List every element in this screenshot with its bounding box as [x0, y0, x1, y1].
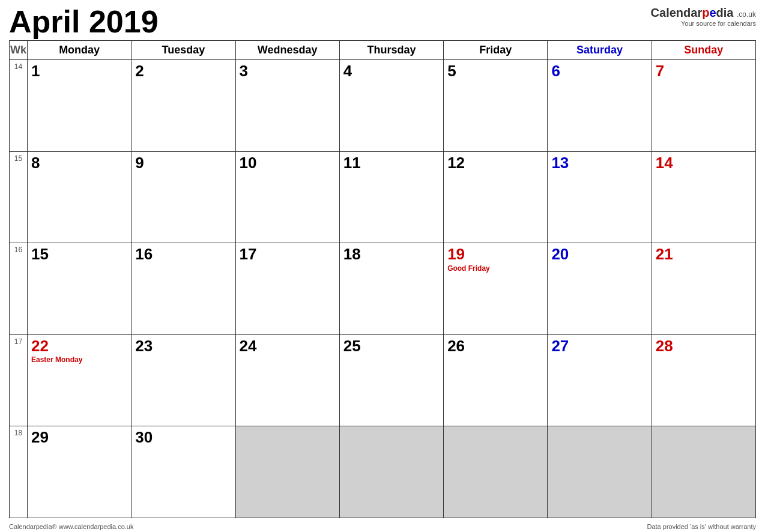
calendar-cell: 12	[444, 151, 548, 243]
day-number: 15	[31, 246, 127, 263]
calendar-cell: 17	[235, 243, 339, 335]
calendar-cell	[548, 426, 652, 518]
th-saturday: Saturday	[548, 41, 652, 60]
calendar-cell: 30	[132, 426, 235, 518]
calendar-cell: 25	[339, 334, 443, 426]
day-number: 14	[656, 154, 752, 172]
calendar-cell: 29	[28, 426, 132, 518]
th-wednesday: Wednesday	[235, 41, 339, 60]
th-monday: Monday	[28, 41, 132, 60]
calendar-cell	[235, 426, 339, 518]
day-number: 28	[656, 337, 752, 355]
day-number: 1	[31, 62, 127, 80]
day-number: 7	[656, 62, 752, 80]
day-number: 8	[31, 154, 127, 172]
day-number: 6	[551, 62, 647, 80]
week-number-14: 14	[10, 60, 28, 152]
day-number: 18	[343, 246, 440, 263]
calendar-cell: 1	[28, 60, 132, 152]
day-number: 9	[135, 154, 231, 172]
day-number: 2	[135, 62, 231, 80]
calendar-cell: 9	[132, 151, 235, 243]
th-thursday: Thursday	[339, 41, 443, 60]
calendar-cell: 21	[652, 243, 755, 335]
calendar-cell: 24	[235, 334, 339, 426]
footer-right: Data provided 'as is' without warranty	[647, 523, 756, 530]
day-number: 21	[656, 246, 752, 263]
calendar-cell: 5	[444, 60, 548, 152]
day-number: 16	[135, 246, 231, 263]
week-number-18: 18	[10, 426, 28, 518]
month-title: April 2019	[9, 6, 159, 37]
day-number: 3	[240, 62, 336, 80]
calendar-cell: 10	[235, 151, 339, 243]
calendar-cell: 19Good Friday	[444, 243, 548, 335]
calendar-cell: 18	[339, 243, 443, 335]
calendar-cell: 11	[339, 151, 443, 243]
logo-sub: Your source for calendars	[681, 20, 756, 27]
calendar-cell: 4	[339, 60, 443, 152]
calendar-cell: 15	[28, 243, 132, 335]
week-number-17: 17	[10, 334, 28, 426]
calendar-table: Wk Monday Tuesday Wednesday Thursday Fri…	[9, 40, 756, 518]
th-friday: Friday	[444, 41, 548, 60]
calendar-cell: 27	[548, 334, 652, 426]
calendar-cell: 22Easter Monday	[28, 334, 132, 426]
day-number: 17	[240, 246, 336, 263]
day-number: 23	[135, 337, 231, 355]
day-number: 19	[447, 246, 543, 263]
calendar-cell: 16	[132, 243, 235, 335]
th-tuesday: Tuesday	[132, 41, 235, 60]
calendar-cell: 28	[652, 334, 755, 426]
calendar-cell: 23	[132, 334, 235, 426]
calendar-cell	[652, 426, 755, 518]
calendar-cell	[444, 426, 548, 518]
day-number: 12	[447, 154, 543, 172]
calendar-cell: 13	[548, 151, 652, 243]
day-number: 11	[343, 154, 440, 172]
th-wk: Wk	[10, 41, 28, 60]
footer-left: Calendarpedia® www.calendarpedia.co.uk	[9, 523, 133, 530]
calendar-cell: 3	[235, 60, 339, 152]
day-number: 4	[343, 62, 440, 80]
day-number: 22	[31, 337, 127, 355]
calendar-wrapper: Wk Monday Tuesday Wednesday Thursday Fri…	[0, 40, 765, 521]
calendar-cell: 20	[548, 243, 652, 335]
day-number: 30	[135, 429, 231, 446]
day-number: 25	[343, 337, 440, 355]
logo-area: Calendarpedia .co.uk Your source for cal…	[651, 6, 756, 27]
calendar-cell: 2	[132, 60, 235, 152]
holiday-label: Easter Monday	[31, 355, 127, 364]
calendar-cell: 6	[548, 60, 652, 152]
day-number: 26	[447, 337, 543, 355]
day-number: 10	[240, 154, 336, 172]
calendar-cell	[339, 426, 443, 518]
day-number: 24	[240, 337, 336, 355]
th-sunday: Sunday	[652, 41, 755, 60]
calendar-cell: 8	[28, 151, 132, 243]
calendar-cell: 7	[652, 60, 755, 152]
calendar-cell: 26	[444, 334, 548, 426]
day-number: 27	[551, 337, 647, 355]
day-number: 20	[551, 246, 647, 263]
header-row: April 2019 Calendarpedia .co.uk Your sou…	[0, 0, 765, 40]
day-number: 29	[31, 429, 127, 446]
calendar-cell: 14	[652, 151, 755, 243]
week-number-15: 15	[10, 151, 28, 243]
day-number: 13	[551, 154, 647, 172]
day-number: 5	[447, 62, 543, 80]
page-container: April 2019 Calendarpedia .co.uk Your sou…	[0, 0, 765, 532]
week-number-16: 16	[10, 243, 28, 335]
footer: Calendarpedia® www.calendarpedia.co.uk D…	[0, 521, 765, 532]
holiday-label: Good Friday	[447, 264, 543, 273]
logo-text: Calendarpedia .co.uk	[651, 6, 756, 20]
